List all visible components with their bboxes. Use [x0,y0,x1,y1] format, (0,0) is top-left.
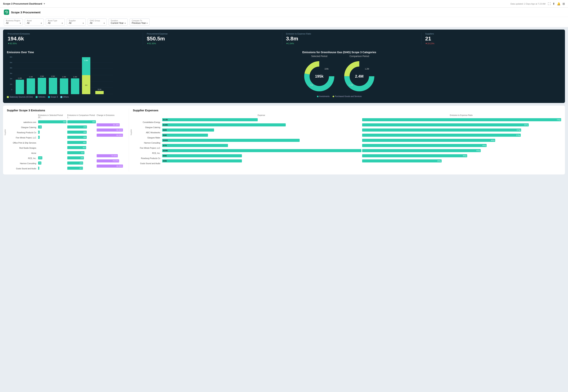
supplier-expenses-section: Supplier Expenses Supplier Constellation… [133,109,561,171]
legend-scope3: Scope 3 [48,96,58,98]
emissions-over-time-chart: Emissions Over Time 6m 5m 4m 3m 2m 1m 0 [7,51,114,98]
comparison-donut-center: 2.4M [355,74,363,79]
dashboard: Procurement Emissions 194.6k ▼92.05% Pro… [0,27,568,177]
selected-col-header: Emissions in Selected Period (tC... [37,114,67,118]
svg-text:1.2M: 1.2M [365,68,369,70]
export-icon[interactable]: ⬆ [553,2,555,6]
list-item: 398 [67,155,96,160]
supplier-expenses-title: Supplier Expenses [133,109,561,112]
list-item [96,148,125,153]
grid-icon[interactable]: ⊞ [562,2,565,6]
kpi-procurement-emissions-label: Procurement Emissions [8,33,139,35]
kpi-suppliers-change: ▼19.23% [425,42,556,45]
bottom-section: Supplier Scope 3 Emissions Supplier sale… [3,106,565,174]
list-item: 383μ [361,154,561,158]
list-item: Acme [7,151,37,155]
list-item: 579μ [361,128,561,132]
expense-col-header: Expense [161,114,361,116]
selected-donut-wrapper: 104k 91k 195k [302,59,336,93]
svg-rect-8 [16,80,24,94]
expense-supplier-names: Supplier Constellation Energy Glasgow Ca… [133,114,161,166]
svg-rect-14 [49,78,57,94]
filter-supplier-label: Supplier [69,20,84,22]
list-item: 35 [37,135,67,140]
filter-ghg-group[interactable]: GHG Group All▾ [88,18,107,26]
comparison-period-label: Comparison Period [350,55,369,57]
filter-asset-label: Asset [27,20,42,22]
list-item: 377 [67,166,96,170]
svg-text:2.5M: 2.5M [40,75,44,77]
svg-text:2.8M: 2.8M [84,59,88,61]
list-item: Red Studio Designs [7,146,37,150]
comparison-period-bars: Emissions in Comparison Period (... 685 … [67,114,96,171]
list-item: -92.31% [96,128,125,132]
legend-stationary-sources: Stationary Sources (tCO2e) [7,96,33,98]
expand-icon[interactable]: ⛶ [548,2,551,6]
bar-chart-svg: 2.2M 2.4M 2.5M 2.5M [13,56,114,94]
expense-bars: Expense $113k $145k $62k $54k $161k [161,114,361,166]
kpi-procurement-expense-value: $50.5m [147,36,278,42]
list-item: Constellation Energy [133,120,161,125]
list-item: $54k [161,133,361,138]
list-item: 453 [67,145,96,150]
list-item: Roseburg Products Co [133,156,161,161]
list-item: $93k [161,159,361,163]
filter-asset-type-label: Asset Type [48,20,63,22]
kpi-suppliers-value: 21 [425,36,556,42]
filter-asset-value: All▾ [27,22,42,24]
comparison-period-donut: Comparison Period 1.2M 1.2M [342,55,376,93]
kpi-procurement-emissions-change: ▼92.05% [8,42,139,45]
ratio-col-header: Emission to Expense Ratio [361,114,561,116]
list-item: Glasgow Water [133,135,161,140]
list-item [37,140,67,145]
list-item: RCE, Inc. [133,151,161,155]
filter-asset-type[interactable]: Asset Type All▾ [46,18,65,26]
filter-supplier[interactable]: Supplier All▾ [67,18,86,26]
list-item: 485μ [361,138,561,143]
svg-rect-16 [60,78,68,94]
dashboard-dropdown-icon[interactable]: ▾ [44,2,45,5]
list-item: $62k [161,128,361,132]
list-item: $145k [161,123,361,127]
list-item: 468 [67,130,96,134]
list-item: 27 [37,166,67,170]
list-item: $113k [161,117,361,122]
list-item: $161k [161,138,361,143]
filter-duration[interactable]: Duration Current Year▾ [109,18,128,26]
kpi-procurement-expense-change: ▼91.93% [147,42,278,45]
list-item: salesforce.com [7,120,37,125]
list-item: Five Winds Project, LLC [7,135,37,140]
svg-text:91k: 91k [310,84,313,86]
filter-asset-type-value: All▾ [48,22,63,24]
svg-rect-10 [27,78,35,94]
filter-compare-to[interactable]: Compare To Previous Year▾ [130,18,150,26]
list-item: Five Winds Project, LLC [133,146,161,150]
list-item: -79.37% [96,159,125,163]
list-item: 88 [37,125,67,129]
data-updated-label: Data updated: 2 Days Ago at 7:23 AM [511,3,545,5]
bell-icon[interactable]: 🔔 [557,2,561,6]
list-item: $77k [161,143,361,148]
svg-rect-18 [71,78,79,94]
change-col-header: Change in Emissions [96,114,125,116]
selected-donut-center: 195k [315,74,324,79]
list-item: 454μ [361,143,561,148]
ghg-row: Selected Period 104k 91k 1 [117,55,561,93]
list-item: Harmon Consulting [133,140,161,145]
filter-business-region[interactable]: Business Region All▾ [4,18,23,26]
app-logo [4,10,9,15]
list-item: -92.52% [96,133,125,138]
filter-supplier-value: All▾ [69,22,84,24]
filter-asset[interactable]: Asset All▾ [25,18,44,26]
supplier-emissions-section: Supplier Scope 3 Emissions Supplier sale… [7,109,125,171]
svg-text:2.2M: 2.2M [18,77,22,79]
supplier-expenses-table: Supplier Constellation Energy Glasgow Ca… [133,114,561,166]
kpi-suppliers: Suppliers 21 ▼19.23% [421,33,560,45]
list-item: Glasgow Catering [133,125,161,130]
comparison-donut-wrapper: 1.2M 1.2M 2.4M [342,59,376,93]
svg-text:104k: 104k [324,68,329,70]
list-item: 378 [67,161,96,165]
list-item [96,138,125,143]
svg-text:2.5M: 2.5M [51,75,55,77]
filter-compare-to-value: Previous Year▾ [132,22,148,24]
